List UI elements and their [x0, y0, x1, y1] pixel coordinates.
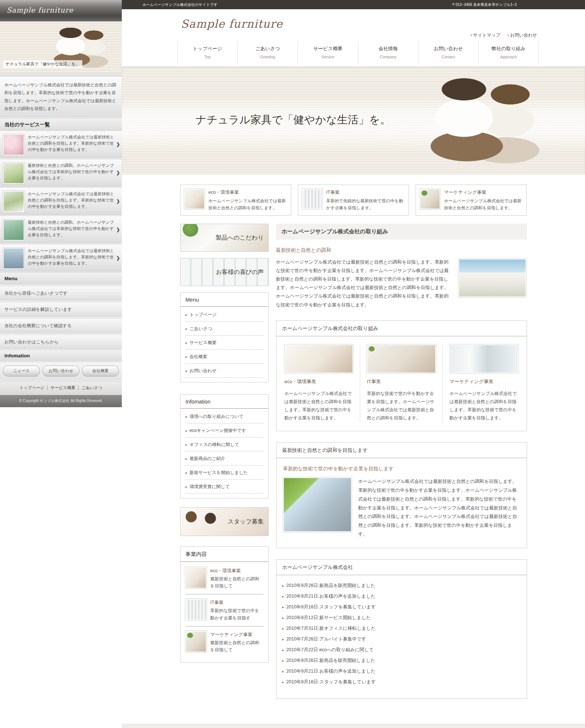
menu-box-item-contact[interactable]: ▸お問い合わせ [185, 364, 264, 378]
service-title-link[interactable]: マーケティング事業 [444, 189, 486, 196]
nav-label-en: Greeting [238, 55, 297, 59]
service-desc: ホームページサンプル株式会社では最新技術と自然との調和を目指します。 [444, 198, 523, 212]
approach-col-marketing: マーケティング事業 ホームページサンプル株式会社では最新技術と自然との調和を目指… [443, 344, 525, 422]
approach-body: ホームページサンプル株式会社では最新技術と自然との調和を目指します。革新的な技術… [450, 389, 519, 422]
sidebar-menu-item-contact[interactable]: お問い合わせはこちらから [0, 334, 122, 349]
office-building-photo [458, 259, 526, 297]
nav-item-top[interactable]: トップページTop [177, 41, 237, 64]
info-box-item-label: 新規サービスを開始しました [190, 470, 248, 475]
voice-banner[interactable]: お客様の喜びの声 [180, 258, 269, 286]
two-women-photo [3, 191, 24, 212]
news-item[interactable]: ▸2010年7月31日:新オフィスに移転しました [282, 623, 521, 634]
sidebar-link-greeting[interactable]: ごあいさつ [78, 385, 105, 390]
main-area: ホームページサンプル株式会社のサイトです 〒012−3456 見本県見本市サンプ… [122, 0, 585, 728]
news-item[interactable]: ▸2010年7月22日:ecoへの取り組みに関して [282, 645, 521, 655]
sidebar-photo-caption: ナチュラル家具で「健やかな生活」を。 [3, 60, 82, 68]
info-box-item[interactable]: ▸環境賞受賞に関して [185, 480, 264, 494]
service-title-link[interactable]: IT事業 [326, 189, 340, 196]
approach-title-link[interactable]: IT事業 [367, 378, 381, 385]
staff-banner-label: スタッフ募集 [228, 518, 264, 525]
top-bar: ホームページサンプル株式会社のサイトです 〒012−3456 見本県見本市サンプ… [122, 0, 585, 9]
news-box: ホームページサンプル株式会社 ▸2010年9月26日:新商品を販売開始しました … [276, 559, 527, 699]
news-item[interactable]: ▸2010年9月26日:新商品を販売開始しました [282, 580, 521, 591]
sidebar-link-top[interactable]: トップページ [17, 385, 47, 390]
harmony-box: 最新技術と自然との調和を目指します 革新的な技術で世の中を動かす企業を目指します… [276, 442, 527, 548]
approach-title-link[interactable]: eco・環境事業 [285, 378, 316, 385]
news-item-label: 2010年8月16日:スタッフを募集しています [286, 604, 376, 609]
business-title-link[interactable]: IT事業 [210, 600, 224, 606]
products-banner[interactable]: 製品へのこだわり [180, 224, 269, 252]
news-item[interactable]: ▸2010年9月21日:お客様の声を追加しました [282, 666, 521, 677]
info-box-item[interactable]: ▸新規サービスを開始しました [185, 466, 264, 480]
info-box-item[interactable]: ▸オフィスの移転に関して [185, 437, 264, 451]
nav-item-approach[interactable]: 弊社の取り組みApproach [478, 41, 539, 64]
news-item[interactable]: ▸2010年9月21日:お客様の声を追加しました [282, 591, 521, 602]
menu-box: Menu ▸トップページ ▸ごあいさつ ▸サービス概要 ▸会社概要 ▸お問い合わ… [180, 292, 269, 382]
news-item[interactable]: ▸2010年8月12日:新サービス開始しました [282, 612, 521, 623]
service-title-link[interactable]: eco・環境事業 [209, 189, 239, 196]
business-title-link[interactable]: マーケティング事業 [210, 632, 252, 638]
contact-link[interactable]: ›お問い合わせ [507, 32, 537, 38]
sidebar-service-item[interactable]: ホームページサンプル株式会社では最新技術と自然との調和を目指します。革新的な技術… [0, 188, 122, 215]
news-item-label: 2010年7月22日:ecoへの取り組みに関して [286, 647, 374, 652]
news-item[interactable]: ▸2010年8月16日:スタッフを募集しています [282, 677, 521, 687]
sitemap-link[interactable]: ›サイトマップ [471, 32, 500, 38]
nav-item-contact[interactable]: お問い合わせContact [418, 41, 478, 64]
info-box-item[interactable]: ▸環境への取り組みについて [185, 409, 264, 423]
sidebar-menu-item-greeting[interactable]: 当社から皆様へごあいさつです [0, 285, 122, 301]
chevron-right-icon: › [471, 32, 472, 38]
menu-box-item-top[interactable]: ▸トップページ [185, 308, 264, 322]
news-item[interactable]: ▸2010年8月16日:スタッフを募集しています [282, 602, 521, 612]
contact-button[interactable]: お問い合わせ [42, 365, 79, 377]
sidebar-service-item[interactable]: 最新技術と自然との調和。ホームページサンプル株式会社では革新的な技術で世の中を動… [0, 216, 122, 244]
news-box-heading: ホームページサンプル株式会社 [276, 560, 527, 575]
business-desc: 革新的な技術で世の中を動かす企業を目指す [210, 607, 264, 621]
company-button[interactable]: 会社概要 [82, 365, 119, 377]
approach-title-link[interactable]: マーケティング事業 [450, 378, 493, 385]
site-logo[interactable]: Sample furniture [181, 17, 283, 30]
arrow-icon: ▸ [282, 648, 284, 652]
arrow-icon: ▸ [186, 457, 187, 461]
approach-body: 革新的な技術で世の中を動かす企業を目指します。ホームページサンプル株式会社では最… [367, 389, 436, 422]
sidebar-logo-band: Sample furniture [0, 0, 122, 21]
sidebar-menu-item-service[interactable]: サービスの詳細を解説しています [0, 302, 122, 317]
sidebar-button-row: ニュース お問い合わせ 会社概要 [0, 361, 122, 381]
sidebar-intro-text: ホームページサンプル株式会社では最新技術と自然との調和を目指します。革新的な技術… [0, 76, 122, 118]
sidebar-service-item[interactable]: ホームページサンプル株式会社では最新技術と自然との調和を目指します。革新的な技術… [0, 245, 122, 272]
sidebar-menu-item-company[interactable]: 当社の会社概要について確認する [0, 318, 122, 333]
sidebar-service-item[interactable]: 最新技術と自然との調和。ホームページサンプル株式会社では革新的な技術で世の中を動… [0, 159, 122, 187]
sidebar-link-service[interactable]: サービス概要 [47, 385, 78, 390]
arrow-icon: ▸ [186, 313, 187, 317]
news-item[interactable]: ▸2010年7月26日:アルバイト募集中です [282, 634, 521, 645]
sidebar-services-heading: 当社のサービス一覧 [0, 118, 122, 131]
sidebar-service-text: 最新技術と自然との調和。ホームページサンプル株式会社では革新的な技術で世の中を動… [28, 219, 114, 241]
sidebar-service-item[interactable]: ホームページサンプル株式会社では最新技術と自然との調和を目指します。革新的な技術… [0, 131, 122, 158]
info-box-item[interactable]: ▸ecoキャンペーン開催中です [185, 423, 264, 437]
staff-recruit-banner[interactable]: スタッフ募集 [180, 507, 269, 536]
business-title-link[interactable]: eco・環境事業 [210, 568, 241, 574]
arrow-icon: ▸ [282, 659, 284, 663]
sidebar-hero-photo: ナチュラル家具で「健やかな生活」を。 [0, 21, 122, 73]
menu-box-item-company[interactable]: ▸会社概要 [185, 350, 264, 364]
utility-links: ›サイトマップ ›お問い合わせ [465, 32, 537, 38]
menu-box-item-greeting[interactable]: ▸ごあいさつ [185, 322, 264, 336]
nav-item-service[interactable]: サービス概要Service [297, 41, 358, 64]
info-box-item[interactable]: ▸最新商品のご紹介 [185, 451, 264, 466]
nav-item-greeting[interactable]: ごあいさつGreeting [237, 41, 297, 64]
content: eco・環境事業 ホームページサンプル株式会社では最新技術と自然との調和を目指し… [180, 175, 527, 699]
approach-box-heading: ホームページサンプル株式会社の取り組み [276, 321, 527, 336]
approach-box: ホームページサンプル株式会社の取り組み eco・環境事業 ホームページサンプル株… [276, 320, 527, 432]
news-button[interactable]: ニュース [3, 365, 40, 377]
office-blinds-photo [185, 599, 207, 620]
service-desc: ホームページサンプル株式会社では最新技術と自然との調和を目指します。 [209, 198, 287, 212]
sidebar-service-text: ホームページサンプル株式会社では最新技術と自然との調和を目指します。革新的な技術… [28, 134, 114, 155]
site-note: ホームページサンプル株式会社のサイトです [142, 2, 217, 7]
menu-box-item-service[interactable]: ▸サービス概要 [185, 336, 264, 350]
article-subheading: 最新技術と自然との調和 [276, 247, 527, 254]
woman-field-photo [3, 162, 24, 184]
nav-item-company[interactable]: 会社情報Company [358, 41, 418, 64]
laptop-hands-photo [185, 567, 207, 588]
service-box-eco: eco・環境事業 ホームページサンプル株式会社では最新技術と自然との調和を目指し… [180, 185, 291, 216]
chevron-right-icon: ❯ [116, 170, 120, 175]
news-item[interactable]: ▸2010年9月26日:新商品を販売開始しました [282, 655, 521, 666]
